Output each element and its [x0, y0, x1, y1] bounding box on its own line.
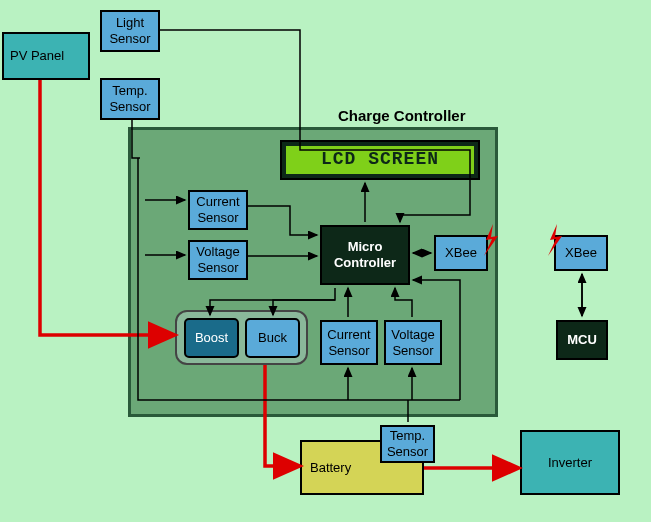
current-sensor-2: Current Sensor: [320, 320, 378, 365]
lcd-screen: LCD SCREEN: [286, 146, 474, 174]
pv-panel: PV Panel: [2, 32, 90, 80]
temp-sensor-bottom: Temp. Sensor: [380, 425, 435, 463]
temp-sensor-top: Temp. Sensor: [100, 78, 160, 120]
voltage-sensor-1: Voltage Sensor: [188, 240, 248, 280]
light-sensor: Light Sensor: [100, 10, 160, 52]
xbee-2: XBee: [554, 235, 608, 271]
lcd-frame: LCD SCREEN: [280, 140, 480, 180]
mcu: MCU: [556, 320, 608, 360]
charge-controller-label: Charge Controller: [338, 107, 466, 124]
xbee-1: XBee: [434, 235, 488, 271]
voltage-sensor-2: Voltage Sensor: [384, 320, 442, 365]
current-sensor-1: Current Sensor: [188, 190, 248, 230]
buck: Buck: [245, 318, 300, 358]
micro-controller: Micro Controller: [320, 225, 410, 285]
inverter: Inverter: [520, 430, 620, 495]
boost: Boost: [184, 318, 239, 358]
